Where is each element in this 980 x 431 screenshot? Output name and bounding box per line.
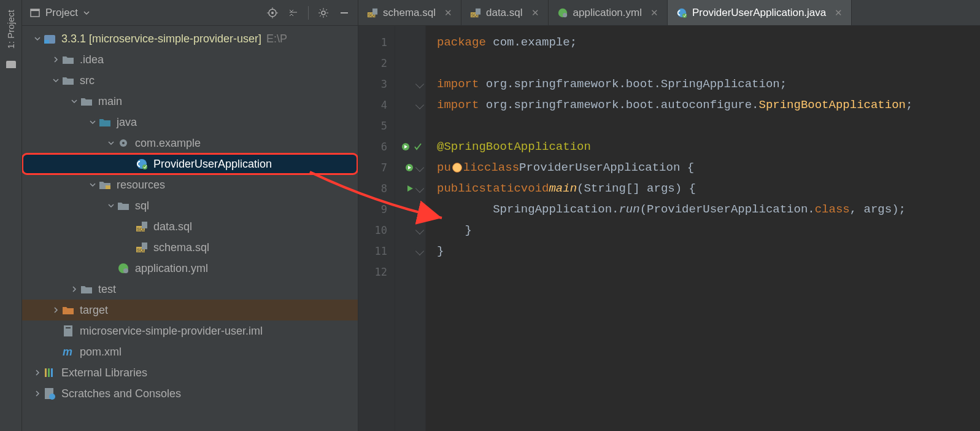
tab-label: ProviderUserApplication.java (692, 7, 826, 19)
tree-item-label: Scratches and Consoles (61, 387, 181, 400)
code-line[interactable] (437, 53, 980, 74)
svg-rect-9 (341, 12, 348, 14)
code-line[interactable]: SpringApplication.run(ProviderUserApplic… (437, 199, 980, 220)
tree-row-main[interactable]: main (22, 91, 358, 112)
tree-row-3-3-1[interactable]: 3.3.1 [microservice-simple-provider-user… (22, 28, 358, 49)
editor-tab-application-yml[interactable]: application.yml✕ (549, 0, 668, 25)
code-line[interactable]: import org.springframework.boot.autoconf… (437, 95, 980, 115)
tree-row-external-libraries[interactable]: External Libraries (22, 362, 358, 383)
close-icon[interactable]: ✕ (531, 7, 539, 18)
package-icon (117, 136, 130, 150)
chevron-icon[interactable] (52, 56, 60, 63)
code-line[interactable]: @SpringBootApplication (437, 136, 980, 157)
toolbar-divider (308, 6, 309, 20)
project-panel: Project 3.3.1 [microservice-simple-provi… (22, 0, 358, 431)
close-icon[interactable]: ✕ (650, 7, 658, 18)
fold-icon[interactable] (415, 184, 424, 193)
minimize-icon[interactable] (338, 7, 350, 19)
fold-icon[interactable] (415, 247, 424, 255)
fold-icon[interactable] (415, 163, 424, 172)
libs-icon (43, 366, 56, 379)
tree-item-label: 3.3.1 [microservice-simple-provider-user… (61, 33, 261, 45)
tree-row-scratches-and-consoles[interactable]: Scratches and Consoles (22, 383, 358, 404)
tree-item-label: resources (117, 179, 165, 192)
tree-row-sql[interactable]: sql (22, 195, 358, 216)
chevron-icon[interactable] (107, 202, 115, 209)
line-number: 1 (358, 32, 395, 53)
tree-row--idea[interactable]: .idea (22, 49, 358, 70)
code-line[interactable]: import org.springframework.boot.SpringAp… (437, 74, 980, 95)
gutter-marker (395, 53, 425, 74)
code-line[interactable] (437, 115, 980, 136)
chevron-icon[interactable] (70, 285, 79, 293)
close-icon[interactable]: ✕ (444, 7, 452, 18)
tree-item-label: sql (135, 200, 149, 212)
tree-row-pom-xml[interactable]: mpom.xml (22, 341, 358, 362)
line-number: 8 (358, 178, 395, 199)
svg-rect-11 (44, 40, 49, 44)
gutter-marker[interactable] (395, 157, 425, 178)
tree-row-resources[interactable]: resources (22, 174, 358, 195)
marker-gutter (395, 26, 426, 431)
tree-item-label: main (98, 95, 122, 108)
chevron-icon[interactable] (33, 35, 42, 42)
tree-row-provideruserapplication[interactable]: ProviderUserApplication (22, 153, 358, 174)
line-number: 3 (358, 74, 395, 95)
tree-item-label: pom.xml (80, 346, 122, 359)
project-panel-title-group[interactable]: Project (29, 7, 90, 19)
editor-tab-provideruserapplication-java[interactable]: ProviderUserApplication.java✕ (668, 0, 852, 25)
tree-row-com-example[interactable]: com.example (22, 133, 358, 153)
folder-icon (61, 74, 75, 87)
project-tree[interactable]: 3.3.1 [microservice-simple-provider-user… (22, 26, 358, 431)
chevron-icon[interactable] (33, 369, 42, 376)
locate-icon[interactable] (266, 7, 279, 19)
chevron-icon[interactable] (88, 181, 97, 188)
tree-row-java[interactable]: java (22, 112, 358, 133)
chevron-icon[interactable] (52, 306, 60, 314)
tree-item-label: microservice-simple-provider-user.iml (80, 325, 263, 338)
line-number: 10 (358, 220, 395, 241)
line-number: 6 (358, 136, 395, 157)
gutter-marker[interactable] (395, 136, 425, 157)
fold-icon[interactable] (415, 226, 424, 235)
gear-icon[interactable] (317, 7, 330, 19)
tool-window-tab-project[interactable]: 1: Project (6, 5, 16, 53)
code-line[interactable]: } (437, 241, 980, 262)
panel-toolbar (266, 6, 350, 20)
editor-tab-data-sql[interactable]: SQLdata.sql✕ (461, 0, 549, 25)
chevron-icon[interactable] (33, 390, 42, 397)
editor-tab-schema-sql[interactable]: SQLschema.sql✕ (358, 0, 461, 25)
collapse-all-icon[interactable] (287, 7, 299, 19)
code-line[interactable]: pulic class ProviderUserApplication { (437, 157, 980, 178)
line-number: 2 (358, 53, 395, 74)
chevron-icon[interactable] (107, 139, 115, 147)
tree-row-application-yml[interactable]: application.yml (22, 258, 358, 279)
tree-row-microservice-simple-provider-user-iml[interactable]: microservice-simple-provider-user.iml (22, 320, 358, 341)
gutter-marker[interactable] (395, 178, 425, 199)
chevron-icon[interactable] (52, 77, 60, 84)
project-panel-header: Project (22, 0, 358, 26)
code-editor[interactable]: package com.example;import org.springfra… (426, 26, 980, 431)
tree-item-label: com.example (135, 137, 201, 150)
tree-row-data-sql[interactable]: SQLdata.sql (22, 216, 358, 237)
chevron-icon[interactable] (70, 98, 79, 105)
line-number: 12 (358, 262, 395, 282)
code-line[interactable] (437, 262, 980, 282)
fold-icon[interactable] (415, 80, 424, 88)
scratch-icon (43, 387, 56, 400)
svg-point-3 (271, 12, 274, 14)
tab-label: application.yml (573, 7, 642, 19)
close-icon[interactable]: ✕ (835, 7, 843, 18)
gutter-marker (395, 241, 425, 262)
code-line[interactable]: } (437, 220, 980, 241)
sql-icon: SQL (470, 7, 481, 18)
tree-row-test[interactable]: test (22, 279, 358, 300)
code-line[interactable]: public static void main(String[] args) { (437, 178, 980, 199)
chevron-icon[interactable] (88, 118, 97, 126)
tree-row-schema-sql[interactable]: SQLschema.sql (22, 237, 358, 258)
tree-row-src[interactable]: src (22, 70, 358, 91)
tree-row-target[interactable]: target (22, 300, 358, 320)
fold-icon[interactable] (415, 101, 424, 109)
code-line[interactable]: package com.example; (437, 32, 980, 53)
tree-item-label: application.yml (135, 262, 208, 275)
